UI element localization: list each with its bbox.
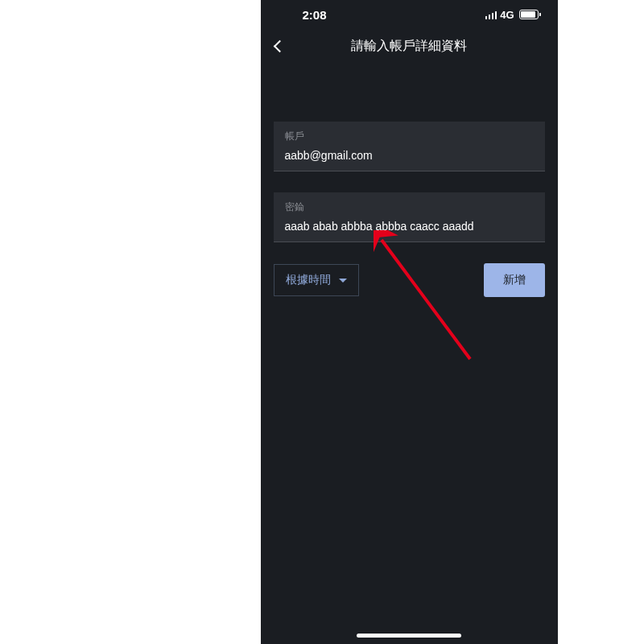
status-time: 2:08 [280,8,327,22]
password-label: 密錀 [285,200,534,214]
signal-icon [485,10,497,19]
sort-dropdown-label: 根據時間 [286,273,331,287]
home-indicator[interactable] [357,634,461,638]
status-bar: 2:08 4G [261,0,558,29]
back-icon[interactable] [273,40,286,53]
battery-icon [519,10,539,19]
password-field-group[interactable]: 密錀 [274,192,545,242]
status-indicators: 4G [485,9,539,21]
action-row: 根據時間 新增 [274,263,545,297]
add-button[interactable]: 新增 [484,263,545,297]
form-content: 帳戶 密錀 根據時間 新增 [261,62,558,297]
account-field-group[interactable]: 帳戶 [274,122,545,171]
network-type: 4G [500,9,514,21]
account-input[interactable] [285,149,534,162]
page-title: 請輸入帳戶詳細資料 [351,38,467,55]
chevron-down-icon [339,279,347,283]
password-input[interactable] [285,220,534,233]
sort-dropdown[interactable]: 根據時間 [274,264,359,296]
phone-screen: 2:08 4G 請輸入帳戶詳細資料 帳戶 密錀 根據時間 新增 [261,0,558,644]
nav-bar: 請輸入帳戶詳細資料 [261,29,558,62]
account-label: 帳戶 [285,130,534,143]
